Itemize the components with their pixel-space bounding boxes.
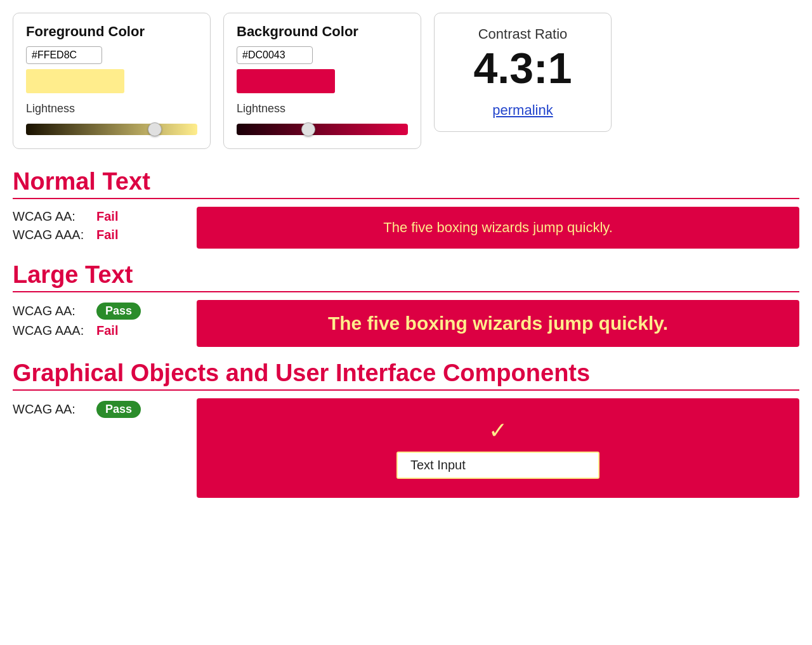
normal-text-wcag-aa-result: Fail (96, 209, 118, 224)
foreground-slider-track (26, 124, 197, 135)
background-swatch (237, 69, 335, 93)
background-title: Background Color (237, 23, 408, 40)
large-text-wcag-aaa-label: WCAG AAA: (13, 323, 89, 338)
background-slider-track (237, 124, 408, 135)
normal-text-wcag-aaa-result: Fail (96, 228, 118, 242)
normal-text-wcag-aa: WCAG AA: Fail (13, 209, 197, 224)
checkmark-icon: ✓ (488, 417, 508, 444)
graphical-demo-box: ✓ (197, 398, 799, 498)
graphical-wcag-labels: WCAG AA: Pass (13, 398, 197, 422)
normal-text-section: Normal Text WCAG AA: Fail WCAG AAA: Fail… (13, 168, 799, 249)
graphical-title: Graphical Objects and User Interface Com… (13, 360, 799, 391)
permalink-link[interactable]: permalink (492, 102, 553, 119)
graphical-wcag-row: WCAG AA: Pass ✓ (13, 398, 799, 498)
background-color-card: Background Color Lightness (223, 13, 421, 149)
contrast-ratio-label: Contrast Ratio (478, 26, 568, 42)
graphical-wcag-aa: WCAG AA: Pass (13, 401, 197, 418)
normal-text-wcag-aaa-label: WCAG AAA: (13, 228, 89, 242)
background-lightness-label: Lightness (237, 102, 408, 115)
large-text-wcag-aa-result: Pass (96, 303, 141, 320)
top-section: Foreground Color Lightness Background Co… (13, 13, 799, 149)
large-text-title: Large Text (13, 261, 799, 292)
foreground-hex-input[interactable] (26, 46, 102, 64)
graphical-wcag-aa-label: WCAG AA: (13, 402, 89, 417)
large-text-demo-box: The five boxing wizards jump quickly. (197, 300, 799, 347)
graphical-section: Graphical Objects and User Interface Com… (13, 360, 799, 498)
background-lightness-slider[interactable] (237, 121, 408, 138)
normal-text-title: Normal Text (13, 168, 799, 199)
normal-text-demo-box: The five boxing wizards jump quickly. (197, 207, 799, 249)
large-text-wcag-aaa: WCAG AAA: Fail (13, 323, 197, 338)
foreground-slider-thumb[interactable] (148, 122, 162, 136)
normal-text-wcag-labels: WCAG AA: Fail WCAG AAA: Fail (13, 207, 197, 246)
foreground-color-card: Foreground Color Lightness (13, 13, 211, 149)
contrast-ratio-value: 4.3:1 (474, 46, 572, 89)
normal-text-wcag-row: WCAG AA: Fail WCAG AAA: Fail The five bo… (13, 207, 799, 249)
large-text-wcag-aa-label: WCAG AA: (13, 304, 89, 318)
normal-text-wcag-aa-label: WCAG AA: (13, 209, 89, 224)
large-text-section: Large Text WCAG AA: Pass WCAG AAA: Fail … (13, 261, 799, 347)
contrast-ratio-card: Contrast Ratio 4.3:1 permalink (434, 13, 612, 132)
foreground-lightness-label: Lightness (26, 102, 197, 115)
background-hex-input[interactable] (237, 46, 313, 64)
graphical-wcag-aa-result: Pass (96, 401, 141, 418)
normal-text-demo-text: The five boxing wizards jump quickly. (383, 219, 613, 236)
large-text-demo-text: The five boxing wizards jump quickly. (328, 313, 668, 334)
foreground-swatch (26, 69, 124, 93)
large-text-wcag-aaa-result: Fail (96, 323, 118, 338)
large-text-wcag-aa: WCAG AA: Pass (13, 303, 197, 320)
background-slider-thumb[interactable] (301, 122, 315, 136)
large-text-wcag-row: WCAG AA: Pass WCAG AAA: Fail The five bo… (13, 300, 799, 347)
large-text-wcag-labels: WCAG AA: Pass WCAG AAA: Fail (13, 300, 197, 342)
normal-text-wcag-aaa: WCAG AAA: Fail (13, 228, 197, 242)
foreground-title: Foreground Color (26, 23, 197, 40)
text-input-demo[interactable] (396, 452, 599, 479)
foreground-lightness-slider[interactable] (26, 121, 197, 138)
